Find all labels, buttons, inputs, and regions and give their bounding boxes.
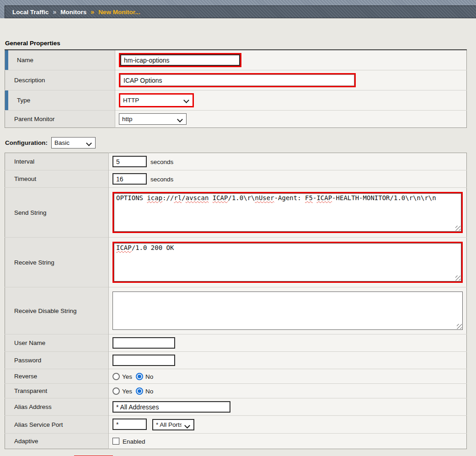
breadcrumb-separator: » [91,8,94,16]
general-properties-table: Name Description Type HTTP [5,49,467,128]
resize-grip-icon[interactable] [457,324,462,329]
adaptive-enabled-label: Enabled [123,438,145,445]
description-label: Description [5,70,115,90]
reverse-label: Reverse [5,369,109,384]
breadcrumb-separator: » [53,8,57,16]
transparent-no-label: No [145,388,153,395]
table-row: Alias Address [5,398,467,416]
name-label: Name [5,50,115,70]
table-row: Alias Service Port * All Ports [5,416,467,434]
table-row: Transparent YesNo [5,384,467,398]
name-input[interactable] [120,54,240,66]
alias-service-port-input[interactable] [112,419,147,430]
table-row: Timeout seconds [5,170,467,188]
type-highlight: HTTP [119,93,194,107]
reverse-no-radio[interactable] [136,373,143,380]
timeout-input[interactable] [112,173,147,185]
reverse-yes-label: Yes [122,373,132,380]
interval-unit: seconds [150,159,173,165]
table-row: Interval seconds [5,153,467,170]
general-properties-title: General Properties [5,40,471,47]
parent-monitor-select[interactable]: http [119,114,186,124]
configuration-mode-select[interactable]: Basic [52,138,95,148]
table-row: Reverse YesNo [5,369,467,384]
top-banner: Local Traffic » Monitors » New Monitor..… [0,0,476,18]
receive-string-highlight: ICAP/1.0 200 OK [112,242,463,283]
password-input[interactable] [112,355,175,366]
alias-address-input[interactable] [112,401,230,413]
receive-string-textarea[interactable]: ICAP/1.0 200 OK [114,243,461,281]
table-row: Receive String ICAP/1.0 200 OK [5,238,467,287]
table-row: Send String OPTIONS icap://rl/avscan ICA… [5,188,467,238]
table-row: User Name [5,334,467,352]
receive-string-label: Receive String [5,238,109,287]
adaptive-enabled-checkbox[interactable] [112,438,119,445]
description-highlight [119,73,356,87]
configuration-table: Interval seconds Timeout seconds Send St… [5,153,467,449]
alias-service-port-select-wrapper: * All Ports [152,419,194,430]
interval-label: Interval [5,153,109,170]
transparent-yes-label: Yes [122,388,132,395]
transparent-yes-radio[interactable] [112,387,120,395]
adaptive-label: Adaptive [5,434,109,449]
password-label: Password [5,352,109,369]
alias-address-label: Alias Address [5,398,109,416]
type-select[interactable]: HTTP [120,95,193,106]
resize-grip-icon[interactable] [455,276,460,281]
breadcrumb: Local Traffic » Monitors » New Monitor..… [5,5,476,18]
table-row: Parent Monitor http [5,111,467,128]
user-name-label: User Name [5,334,109,352]
description-input[interactable] [120,74,354,86]
transparent-label: Transparent [5,384,109,398]
user-name-input[interactable] [112,337,175,349]
type-select-wrapper: HTTP [120,95,193,106]
receive-disable-string-textarea[interactable] [112,292,463,330]
table-row: Type HTTP [5,90,467,111]
table-row: Name [5,50,467,70]
send-string-textarea[interactable]: OPTIONS icap://rl/avscan ICAP/1.0\r\nUse… [114,193,461,232]
alias-service-port-label: Alias Service Port [5,416,109,434]
timeout-label: Timeout [5,170,109,188]
configuration-mode-select-wrapper: Basic [51,137,96,148]
parent-monitor-label: Parent Monitor [5,111,115,128]
timeout-unit: seconds [150,176,173,183]
type-label: Type [5,90,115,111]
send-string-highlight: OPTIONS icap://rl/avscan ICAP/1.0\r\nUse… [112,192,463,233]
table-row: Adaptive Enabled [5,434,467,449]
configuration-label: Configuration: [5,139,48,146]
alias-service-port-select[interactable]: * All Ports [153,420,193,429]
table-row: Password [5,352,467,369]
send-string-label: Send String [5,188,109,238]
reverse-no-label: No [145,373,153,380]
breadcrumb-local-traffic[interactable]: Local Traffic [12,9,49,16]
resize-grip-icon[interactable] [455,226,460,231]
breadcrumb-monitors[interactable]: Monitors [60,9,86,16]
table-row: Description [5,70,467,90]
reverse-yes-radio[interactable] [112,373,120,380]
name-highlight [119,53,241,67]
receive-disable-string-label: Receive Disable String [5,287,109,334]
table-row: Receive Disable String [5,287,467,334]
interval-input[interactable] [112,156,147,167]
parent-monitor-select-wrapper: http [119,113,187,125]
transparent-no-radio[interactable] [136,387,143,395]
breadcrumb-current-page: New Monitor... [98,9,140,16]
